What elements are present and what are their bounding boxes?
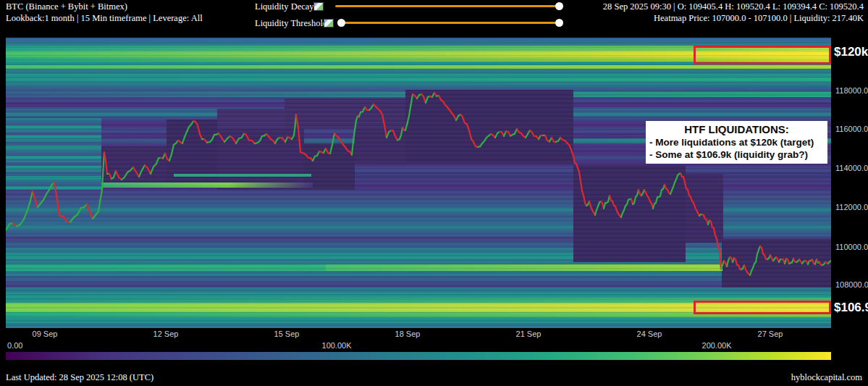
price-axis-label: 112000.0 [835,203,868,211]
liquidity-colorbar [6,352,831,360]
liquidation-heatmap-app: BTC (Binance + Bybit + Bitmex) Lookback:… [0,0,868,386]
watermark-hyblockcapital: hyblockcapital.com [791,372,862,383]
liquidity-decay-label: Liquidity Decay [255,1,314,12]
threshold-slider-handle-left[interactable] [337,19,345,27]
heatmap-price-readout: Heatmap Price: 107000.0 - 107100.0 | Liq… [654,13,864,24]
highlight-red-box [694,301,831,314]
image-icon[interactable] [313,2,324,11]
threshold-slider-handle-right[interactable] [555,19,563,27]
price-axis-label: 110000.0 [835,243,868,251]
note-line-2: - Some at $106.9k (liquidity grab?) [649,149,824,160]
price-axis-label: $106.9k [834,301,868,315]
lookback-settings: Lookback:1 month | 15 Min timeframe | Le… [6,13,203,24]
last-updated-text: Last Updated: 28 Sep 2025 12:08 (UTC) [6,372,153,383]
date-axis-label: 12 Sep [153,330,179,338]
price-axis-label: $120k [834,45,868,59]
price-line [6,38,831,328]
heatmap-chart-area[interactable] [6,38,831,328]
ohlc-readout: 28 Sep 2025 09:30 | O: 109405.4 H: 10952… [603,1,864,12]
colorbar-tick-label: 200.00K [702,341,732,350]
image-icon[interactable] [324,19,334,28]
date-axis-label: 21 Sep [516,330,542,338]
date-axis-label: 15 Sep [274,330,300,338]
date-axis-label: 09 Sep [33,330,58,338]
htf-liquidations-note: HTF LIQUIDATIONS: - More liquidations at… [646,121,827,164]
symbol-title: BTC (Binance + Bybit + Bitmex) [6,1,127,12]
date-axis-label: 24 Sep [637,330,662,338]
date-axis-label: 18 Sep [395,330,421,338]
price-axis-label: 114000.0 [835,164,868,172]
price-axis-label: 116000.0 [835,125,868,133]
price-axis-label: 108000.0 [835,280,868,289]
colorbar-tick-label: 100.00K [322,341,352,350]
highlight-red-box [694,46,831,64]
colorbar-tick-label: 0.00 [7,341,22,350]
date-axis-label: 27 Sep [758,330,783,338]
price-axis-label: 118000.0 [835,86,868,95]
decay-slider-handle[interactable] [555,2,563,10]
liquidity-decay-slider[interactable] [335,5,562,7]
liquidity-threshold-slider[interactable] [339,22,562,24]
liquidity-threshold-label: Liquidity Threshold [255,18,327,29]
note-title: HTF LIQUIDATIONS: [649,123,824,135]
note-line-1: - More liquidations at $120k (target) [649,137,824,148]
